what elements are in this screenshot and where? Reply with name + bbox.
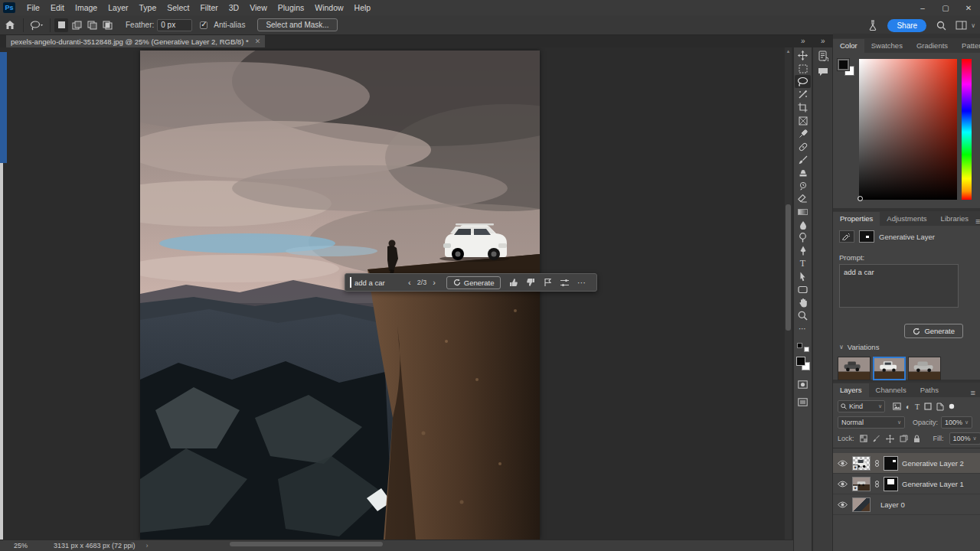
intersect-selection-mode-button[interactable] [100,18,114,32]
filter-pixel-layers-icon[interactable] [893,403,901,410]
menu-3d[interactable]: 3D [224,0,244,15]
fill-value[interactable]: 100% ∨ [949,432,980,445]
layer-row-generative-layer-2[interactable]: ✦ Generative Layer 2 [833,453,980,474]
next-variation-icon[interactable]: › [426,278,442,287]
prompt-textarea[interactable]: add a car [839,264,959,308]
tab-adjustments[interactable]: Adjustments [880,212,933,226]
collapse-panels-icon[interactable]: » [821,37,825,45]
frame-tool[interactable] [795,114,811,127]
lock-pixels-icon[interactable] [873,435,880,443]
type-tool[interactable]: T [795,257,811,270]
comments-panel-icon[interactable] [818,67,828,77]
visibility-eye-icon[interactable] [836,460,848,467]
menu-select[interactable]: Select [162,0,194,15]
status-expand-icon[interactable]: › [146,542,149,549]
foreground-color-swatch[interactable] [796,357,805,366]
edit-toolbar-icon[interactable]: ⋯ [795,322,811,335]
layer-thumbnail[interactable]: ✦ [852,477,871,491]
crop-tool[interactable] [795,101,811,114]
lasso-tool-preset-icon[interactable] [28,18,45,33]
quick-mask-button[interactable] [795,378,811,391]
vertical-scrollbar[interactable]: ▴ [785,47,792,540]
visibility-eye-icon[interactable] [836,481,848,487]
vertical-scrollbar-thumb[interactable] [786,204,791,331]
share-button[interactable]: Share [887,19,926,32]
layer-row-layer-0[interactable]: Layer 0 [833,494,980,515]
menu-edit[interactable]: Edit [45,0,70,15]
menu-layer[interactable]: Layer [103,0,133,15]
path-selection-tool[interactable] [795,270,811,283]
variation-thumbnail-1[interactable] [838,357,871,380]
tab-properties[interactable]: Properties [833,212,880,226]
eyedropper-tool[interactable] [795,127,811,140]
layer-thumbnail[interactable]: ✦ [852,456,871,471]
canvas-image[interactable] [140,51,540,540]
filter-type-layers-icon[interactable]: T [915,403,920,411]
menu-filter[interactable]: Filter [194,0,223,15]
gradient-tool[interactable] [795,205,811,218]
foreground-background-colors[interactable] [796,357,810,370]
previous-variation-icon[interactable]: ‹ [402,278,417,287]
blend-mode-select[interactable]: Normal ∨ [838,416,905,429]
layer-thumbnail[interactable] [852,497,871,512]
hue-slider[interactable] [962,59,972,200]
more-options-icon[interactable]: ⋯ [573,276,590,289]
opacity-value[interactable]: 100% ∨ [941,416,972,429]
layer-name[interactable]: Layer 0 [880,500,905,509]
variations-chevron-icon[interactable]: ∨ [839,344,844,350]
workspace-switcher-icon[interactable] [952,18,969,33]
flag-icon[interactable] [539,276,556,289]
tab-close-icon[interactable]: ✕ [255,37,261,45]
lock-all-icon[interactable] [913,435,920,443]
tab-gradients[interactable]: Gradients [910,39,955,53]
pen-tool[interactable] [795,244,811,257]
lock-position-icon[interactable] [886,435,894,443]
history-panel-icon[interactable] [818,51,828,61]
search-icon[interactable] [933,18,949,33]
lasso-tool[interactable] [795,75,811,88]
home-icon[interactable] [2,18,18,33]
menu-window[interactable]: Window [309,0,348,15]
filter-shape-layers-icon[interactable] [924,403,932,410]
zoom-level[interactable]: 25% [14,542,28,549]
layer-row-generative-layer-1[interactable]: ✦ Generative Layer 1 [833,474,980,494]
screen-mode-button[interactable] [795,396,811,409]
panel-menu-icon[interactable]: ≡ [971,388,975,397]
layer-mask-thumbnail[interactable] [884,477,898,491]
properties-sliders-icon[interactable] [556,276,573,289]
beaker-icon[interactable] [864,18,881,33]
spot-healing-brush-tool[interactable] [795,140,811,153]
move-tool[interactable] [795,49,811,62]
tab-patterns[interactable]: Patterns [955,39,980,53]
dodge-tool[interactable] [795,231,811,244]
tab-paths[interactable]: Paths [913,383,946,397]
select-and-mask-button[interactable]: Select and Mask... [257,18,337,31]
tab-channels[interactable]: Channels [869,383,913,397]
tab-libraries[interactable]: Libraries [934,212,975,226]
visibility-eye-icon[interactable] [836,501,848,508]
lock-transparency-icon[interactable] [860,435,867,442]
brush-tool[interactable] [795,153,811,166]
add-to-selection-mode-button[interactable] [70,18,83,32]
document-tab[interactable]: pexels-angelo-duranti-3512848.jpg @ 25% … [6,35,265,47]
eraser-tool[interactable] [795,192,811,205]
maximize-button[interactable]: ▢ [934,0,957,15]
panel-menu-icon[interactable]: ≡ [975,217,980,226]
filter-toggle-icon[interactable] [949,403,955,409]
generate-button[interactable]: Generate [904,324,963,338]
thumbs-up-icon[interactable] [505,276,522,289]
minimize-button[interactable]: – [911,0,934,15]
layer-name[interactable]: Generative Layer 2 [902,459,964,468]
layer-mask-thumbnail[interactable] [884,456,898,471]
filter-adjustment-layers-icon[interactable]: ◐ [906,403,910,411]
horizontal-scrollbar-thumb[interactable] [230,542,383,546]
color-field[interactable] [859,59,957,200]
tab-swatches[interactable]: Swatches [864,39,910,53]
clone-stamp-tool[interactable] [795,166,811,179]
color-field-marker[interactable] [858,196,863,201]
object-selection-tool[interactable] [795,88,811,101]
rectangular-marquee-tool[interactable] [795,62,811,75]
default-swap-colors-icon[interactable] [797,343,809,352]
taskbar-prompt-input[interactable]: add a car [354,279,402,287]
layer-filter-kind-select[interactable]: Kind ∨ [838,400,885,412]
